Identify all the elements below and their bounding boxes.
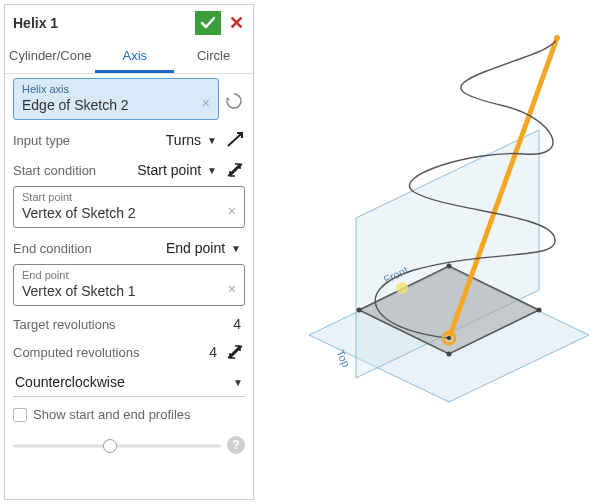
tab-cylinder-cone[interactable]: Cylinder/Cone <box>5 41 95 73</box>
start-condition-value: Start point <box>137 162 201 178</box>
tabs-bar: Cylinder/Cone Axis Circle <box>5 41 253 74</box>
chevron-down-icon: ▼ <box>231 243 241 254</box>
selected-vertex-glow <box>396 282 408 294</box>
sketch-vertex <box>447 352 452 357</box>
panel-body: Helix axis Edge of Sketch 2 × Input type… <box>5 74 253 468</box>
input-type-label: Input type <box>13 133 70 148</box>
target-rev-label: Target revolutions <box>13 317 116 332</box>
start-condition-select[interactable]: Start point ▼ <box>133 160 221 180</box>
end-point-value: Vertex of Sketch 1 <box>22 283 236 299</box>
show-profiles-label: Show start and end profiles <box>33 407 191 422</box>
end-condition-select[interactable]: End point ▼ <box>162 238 245 258</box>
viewport-3d[interactable]: Front Top <box>254 0 598 504</box>
helix-axis-value: Edge of Sketch 2 <box>22 97 210 113</box>
chevron-down-icon: ▼ <box>233 377 243 388</box>
end-point-label: End point <box>22 269 236 281</box>
mate-connector-icon[interactable] <box>223 90 245 112</box>
chevron-down-icon: ▼ <box>207 135 217 146</box>
arrow-icon[interactable] <box>225 130 245 150</box>
end-condition-label: End condition <box>13 241 92 256</box>
helix-axis-label: Helix axis <box>22 83 210 95</box>
direction-value: Counterclockwise <box>15 374 125 390</box>
origin-point <box>447 336 451 340</box>
show-profiles-checkbox[interactable]: Show start and end profiles <box>13 399 245 426</box>
close-x-icon: ✕ <box>229 12 244 34</box>
computed-rev-value: 4 <box>209 344 221 360</box>
end-point-field[interactable]: End point Vertex of Sketch 1 × <box>13 264 245 306</box>
target-rev-value[interactable]: 4 <box>233 316 245 332</box>
input-type-value: Turns <box>166 132 201 148</box>
direction-select[interactable]: Counterclockwise ▼ <box>13 368 245 397</box>
helix-end-vertex <box>554 35 560 41</box>
feature-panel: Helix 1 ✕ Cylinder/Cone Axis Circle Heli… <box>4 4 254 500</box>
sketch-vertex <box>447 264 452 269</box>
checkmark-icon <box>199 14 217 32</box>
start-point-field[interactable]: Start point Vertex of Sketch 2 × <box>13 186 245 228</box>
opacity-slider[interactable]: ? <box>13 434 245 458</box>
clear-icon[interactable]: × <box>202 95 210 111</box>
confirm-button[interactable] <box>195 11 221 35</box>
double-arrow-icon[interactable] <box>225 342 245 362</box>
clear-icon[interactable]: × <box>228 281 236 297</box>
start-condition-label: Start condition <box>13 163 96 178</box>
sketch-vertex <box>537 308 542 313</box>
computed-rev-label: Computed revolutions <box>13 345 139 360</box>
tab-circle[interactable]: Circle <box>174 41 253 73</box>
chevron-down-icon: ▼ <box>207 165 217 176</box>
helix-axis-field[interactable]: Helix axis Edge of Sketch 2 × <box>13 78 219 120</box>
start-point-value: Vertex of Sketch 2 <box>22 205 236 221</box>
panel-header: Helix 1 ✕ <box>5 5 253 41</box>
checkbox-icon <box>13 408 27 422</box>
cancel-button[interactable]: ✕ <box>227 14 245 32</box>
help-icon[interactable]: ? <box>227 436 245 454</box>
sketch-vertex <box>357 308 362 313</box>
start-point-label: Start point <box>22 191 236 203</box>
double-arrow-icon[interactable] <box>225 160 245 180</box>
input-type-select[interactable]: Turns ▼ <box>162 130 221 150</box>
tab-axis[interactable]: Axis <box>95 41 174 73</box>
clear-icon[interactable]: × <box>228 203 236 219</box>
slider-thumb[interactable] <box>103 439 117 453</box>
panel-title: Helix 1 <box>13 15 195 31</box>
end-condition-value: End point <box>166 240 225 256</box>
